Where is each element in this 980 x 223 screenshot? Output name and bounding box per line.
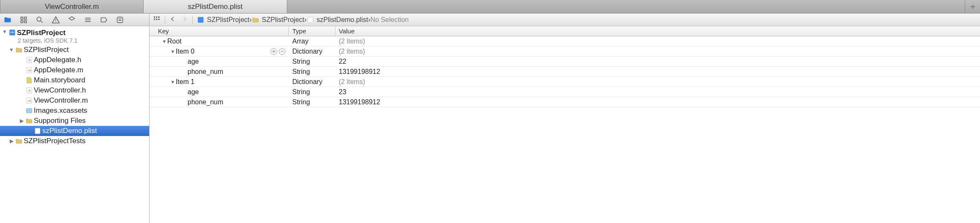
navigator-row[interactable]: ▶Supporting Files [0, 116, 149, 126]
plist-row[interactable]: phone_num+−String13199198912 [150, 97, 980, 107]
plist-type[interactable]: String [292, 68, 310, 76]
file-icon [33, 127, 42, 135]
navigator-row[interactable]: ▼SZPlistProject [0, 45, 149, 55]
plist-key[interactable]: age [188, 58, 199, 65]
navigator-row[interactable]: Images.xcassets [0, 106, 149, 116]
navigator-row[interactable]: .mAppDelegate.m [0, 65, 149, 75]
plist-row[interactable]: phone_num+−String13199198912 [150, 67, 980, 77]
plist-key[interactable]: age [188, 88, 199, 96]
plist-type[interactable]: Dictionary [292, 48, 322, 55]
related-items-icon[interactable] [153, 15, 161, 24]
tab-viewcontroller[interactable]: ViewController.m [0, 0, 144, 13]
column-header-type[interactable]: Type [289, 26, 335, 36]
plist-value[interactable]: (2 items) [339, 38, 365, 45]
breadcrumb-label: SZPlistProject [262, 16, 304, 24]
test-navigator-icon[interactable] [67, 16, 77, 24]
navigator-row[interactable]: szPlistDemo.plist [0, 126, 149, 136]
plist-header-row: Key Type Value [150, 26, 980, 36]
file-icon [24, 117, 34, 125]
issue-navigator-icon[interactable] [51, 16, 61, 24]
navigator-row[interactable]: Main.storyboard [0, 75, 149, 85]
breadcrumb-item[interactable]: No Selection [370, 16, 409, 24]
svg-rect-21 [198, 17, 204, 23]
file-icon [307, 16, 314, 24]
disclosure-triangle-icon[interactable]: ▶ [8, 138, 14, 144]
forward-button[interactable] [181, 16, 188, 24]
breakpoint-navigator-icon[interactable] [99, 16, 109, 24]
plist-value[interactable]: 13199198912 [339, 98, 380, 106]
plist-type[interactable]: Array [292, 38, 308, 45]
navigator-row[interactable]: .mViewController.m [0, 95, 149, 106]
disclosure-triangle-icon[interactable]: ▼ [170, 79, 176, 84]
project-navigator-icon[interactable] [3, 16, 13, 24]
tab-plist[interactable]: szPlistDemo.plist [144, 0, 287, 13]
plist-key[interactable]: Root [167, 38, 182, 45]
navigator-tree[interactable]: ▼ SZPlistProject 2 targets, iOS SDK 7.1 … [0, 26, 149, 223]
svg-text:.h: .h [28, 89, 30, 92]
back-button[interactable] [169, 16, 176, 24]
column-header-key[interactable]: Key [150, 26, 289, 36]
svg-rect-18 [154, 19, 155, 20]
svg-text:.m: .m [27, 99, 31, 103]
navigator-item-label: SZPlistProjectTests [24, 137, 85, 145]
project-root[interactable]: ▼ SZPlistProject 2 targets, iOS SDK 7.1 [0, 28, 149, 45]
plist-key[interactable]: phone_num [188, 98, 223, 106]
svg-rect-16 [156, 16, 158, 18]
project-subtitle: 2 targets, iOS SDK 7.1 [18, 37, 78, 44]
disclosure-triangle-icon[interactable]: ▼ [161, 39, 167, 44]
svg-rect-22 [308, 17, 313, 23]
plist-row[interactable]: age+−String23 [150, 87, 980, 97]
plist-key[interactable]: phone_num [188, 68, 223, 76]
separator [192, 16, 193, 24]
plist-value[interactable]: 13199198912 [339, 68, 380, 76]
disclosure-triangle-icon[interactable]: ▶ [19, 118, 24, 124]
remove-button[interactable]: − [279, 48, 286, 55]
svg-rect-20 [158, 19, 160, 20]
plist-key[interactable]: Item 0 [176, 48, 194, 55]
file-icon: .m [24, 97, 34, 104]
plist-type[interactable]: String [292, 58, 310, 65]
plist-value[interactable]: 23 [339, 88, 346, 96]
navigator-toolbar [0, 14, 149, 26]
plist-row[interactable]: ▼Root+−Array(2 items) [150, 36, 980, 46]
plist-type[interactable]: String [292, 98, 310, 106]
find-navigator-icon[interactable] [35, 16, 45, 24]
file-icon: .h [24, 56, 34, 64]
disclosure-triangle-icon[interactable]: ▼ [8, 47, 14, 53]
add-tab-button[interactable] [965, 0, 980, 13]
add-button[interactable]: + [270, 48, 277, 55]
plist-value[interactable]: (2 items) [339, 78, 365, 86]
svg-text:.m: .m [27, 68, 31, 72]
file-icon [24, 107, 34, 114]
svg-rect-4 [11, 32, 14, 33]
plist-row[interactable]: ▼Item 0+−Dictionary(2 items) [150, 46, 980, 57]
breadcrumb-item[interactable]: SZPlistProject [197, 16, 249, 24]
plist-value[interactable]: (2 items) [339, 48, 365, 55]
navigator-item-label: SZPlistProject [24, 46, 69, 54]
breadcrumb-item[interactable]: SZPlistProject [252, 16, 304, 24]
navigator-item-label: AppDelegate.h [34, 56, 81, 64]
file-icon [14, 46, 24, 54]
project-icon [8, 29, 17, 36]
disclosure-triangle-icon[interactable]: ▼ [2, 29, 8, 35]
plist-type[interactable]: String [292, 88, 310, 96]
debug-navigator-icon[interactable] [83, 16, 93, 24]
breadcrumb-label: No Selection [370, 16, 409, 24]
plist-key[interactable]: Item 1 [176, 78, 194, 86]
navigator-row[interactable]: ▶SZPlistProjectTests [0, 136, 149, 146]
jump-bar[interactable]: SZPlistProject›SZPlistProject›szPlistDem… [150, 14, 980, 26]
breadcrumb-item[interactable]: szPlistDemo.plist [307, 16, 368, 24]
log-navigator-icon[interactable] [115, 16, 125, 24]
column-header-value[interactable]: Value [335, 26, 980, 36]
navigator-item-label: Main.storyboard [34, 76, 85, 84]
symbol-navigator-icon[interactable] [19, 16, 29, 24]
navigator-row[interactable]: .hAppDelegate.h [0, 55, 149, 65]
disclosure-triangle-icon[interactable]: ▼ [170, 49, 176, 54]
navigator-row[interactable]: .hViewController.h [0, 85, 149, 95]
plist-row[interactable]: ▼Item 1+−Dictionary(2 items) [150, 77, 980, 87]
plist-row[interactable]: age+−String22 [150, 57, 980, 67]
plist-value[interactable]: 22 [339, 58, 346, 65]
plist-type[interactable]: Dictionary [292, 78, 322, 86]
svg-rect-13 [26, 109, 32, 113]
plist-body[interactable]: ▼Root+−Array(2 items)▼Item 0+−Dictionary… [150, 36, 980, 223]
